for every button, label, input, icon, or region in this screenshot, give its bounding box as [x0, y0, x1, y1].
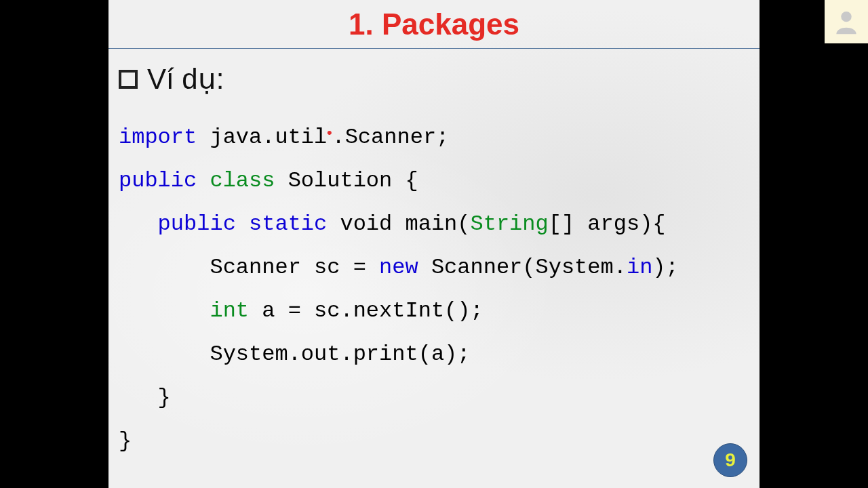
- code-text: }: [119, 385, 171, 410]
- kw-import: import: [119, 125, 197, 150]
- code-indent: [119, 211, 158, 237]
- kw-public: public: [119, 168, 197, 193]
- code-text: }: [119, 428, 132, 453]
- slide-title: 1. Packages: [349, 7, 519, 41]
- code-text: Scanner;: [345, 125, 450, 150]
- code-text: void main(: [327, 211, 470, 237]
- code-text: );: [652, 255, 678, 280]
- code-indent: [119, 298, 210, 323]
- kw-int: int: [210, 298, 249, 323]
- kw-static: static: [249, 211, 327, 237]
- kw-in: in: [627, 255, 652, 280]
- code-text: .: [332, 125, 344, 150]
- kw-string: String: [470, 211, 548, 237]
- code-text: Solution {: [275, 168, 418, 193]
- participant-avatar: [825, 0, 868, 43]
- code-indent: [119, 255, 210, 280]
- slide-content: Ví dụ: import java.util•.Scanner; public…: [108, 49, 760, 488]
- page-number-badge: 9: [713, 443, 747, 477]
- code-text: System.out.print(a);: [119, 342, 470, 367]
- svg-point-0: [841, 12, 851, 22]
- title-bar: 1. Packages: [108, 0, 760, 49]
- code-text: Scanner(System.: [418, 255, 627, 280]
- code-text: [] args){: [549, 211, 666, 237]
- bullet-square-icon: [119, 70, 138, 89]
- code-text: java.util: [197, 125, 327, 150]
- example-heading: Ví dụ:: [119, 62, 749, 96]
- slide: 1. Packages Ví dụ: import java.util•.Sca…: [108, 0, 760, 488]
- kw-new: new: [379, 255, 418, 280]
- kw-class: class: [210, 168, 275, 193]
- code-block: import java.util•.Scanner; public class …: [119, 116, 749, 463]
- code-text: a = sc.nextInt();: [249, 298, 484, 323]
- example-label: Ví dụ:: [147, 62, 224, 96]
- kw-public: public: [158, 211, 236, 237]
- code-text: Scanner sc =: [210, 255, 379, 280]
- person-icon: [831, 7, 861, 37]
- page-number: 9: [725, 449, 736, 471]
- cursor-dot-icon: •: [325, 125, 334, 142]
